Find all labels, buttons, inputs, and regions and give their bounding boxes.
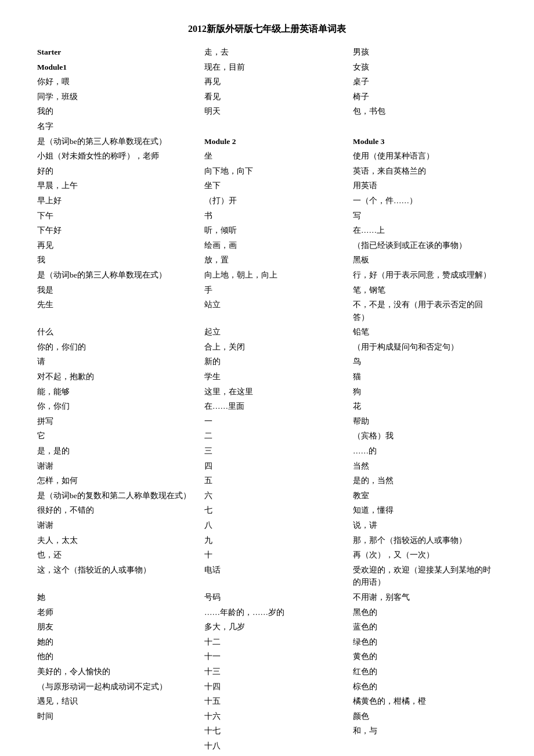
table-row: 是（动词be的第三人称单数现在式）Module 2Module 3: [35, 134, 499, 149]
table-row: 美好的，令人愉快的十三红色的: [35, 664, 499, 679]
table-row: 我的明天包，书包: [35, 104, 499, 119]
col3-cell: 红色的: [351, 664, 499, 679]
col2-cell: 放，置: [202, 253, 351, 268]
col3-cell: 黑板: [351, 253, 499, 268]
col1-cell: 小姐（对未婚女性的称呼），老师: [35, 149, 202, 164]
table-row: 你的，你们的合上，关闭（用于构成疑问句和否定句）: [35, 340, 499, 355]
col2-cell: 书: [202, 208, 351, 224]
col1-cell: 下午好: [35, 223, 202, 238]
col1-cell: 名字: [35, 119, 202, 134]
col1-cell: 同学，班级: [35, 89, 202, 105]
table-row: 谢谢四当然: [35, 459, 499, 474]
col3-cell: 黑色的: [351, 605, 499, 620]
table-row: 它二（宾格）我: [35, 429, 499, 444]
col3-cell: 行，好（用于表示同意，赞成或理解）: [351, 268, 499, 283]
col1-cell: 我的: [35, 104, 202, 119]
table-row: 下午好听，倾听在……上: [35, 223, 499, 238]
col2-cell: 一: [202, 414, 351, 429]
col1-cell: 夫人，太太: [35, 533, 202, 548]
col3-cell: 教室: [351, 488, 499, 503]
col3-cell: 蓝色的: [351, 620, 499, 635]
table-row: 遇见，结识十五橘黄色的，柑橘，橙: [35, 694, 499, 709]
col1-cell: 是，是的: [35, 444, 202, 459]
col2-cell: 新的: [202, 354, 351, 369]
col1-cell: [35, 723, 202, 739]
col2-cell: 十六: [202, 709, 351, 724]
col2-cell: 十九: [202, 754, 351, 757]
col3-cell: 包，书包: [351, 104, 499, 119]
col1-cell: 谢谢: [35, 518, 202, 533]
col1-cell: 拼写: [35, 414, 202, 429]
col2-cell: 十一: [202, 649, 351, 664]
col3-cell: 颜色: [351, 709, 499, 724]
table-row: 什么起立铅笔: [35, 325, 499, 340]
col1-cell: 先生: [35, 297, 202, 325]
col3-cell: 黄色的: [351, 649, 499, 664]
col3-cell: 不，不是，没有（用于表示否定的回答）: [351, 297, 499, 325]
table-row: 你，你们在……里面花: [35, 399, 499, 414]
col1-cell: Starter: [35, 45, 202, 60]
col2-cell: 七: [202, 503, 351, 518]
col1-cell: Module1: [35, 60, 202, 75]
col2-cell: 多大，几岁: [202, 620, 351, 635]
col2-cell: 六: [202, 488, 351, 503]
table-row: 他的十一黄色的: [35, 649, 499, 664]
table-row: 很好的，不错的七知道，懂得: [35, 503, 499, 518]
col2-cell: 这里，在这里: [202, 384, 351, 399]
col1-cell: 她: [35, 590, 202, 605]
col2-cell: 坐下: [202, 178, 351, 193]
vocabulary-table: Starter走，去男孩Module1现在，目前女孩你好，喂再见桌子同学，班级看…: [35, 45, 499, 756]
col3-cell: 棕色的: [351, 679, 499, 694]
col1-cell: 能，能够: [35, 384, 202, 399]
col1-cell: 请: [35, 354, 202, 369]
col3-cell: （宾格）我: [351, 429, 499, 444]
col3-cell: 花: [351, 399, 499, 414]
col2-cell: [202, 119, 351, 134]
table-row: 同学，班级看见椅子: [35, 89, 499, 105]
col2-cell: 十二: [202, 635, 351, 650]
table-row: 早晨，上午坐下用英语: [35, 178, 499, 193]
col3-cell: 知道，懂得: [351, 503, 499, 518]
col1-cell: 美好的，令人愉快的: [35, 664, 202, 679]
col2-cell: 向下地，向下: [202, 164, 351, 179]
table-row: 朋友多大，几岁蓝色的: [35, 620, 499, 635]
col2-cell: 十八: [202, 739, 351, 754]
col1-cell: 谢谢: [35, 459, 202, 474]
col1-cell: [35, 754, 202, 757]
col3-cell: 使用（使用某种语言）: [351, 149, 499, 164]
col1-cell: 这，这个（指较近的人或事物）: [35, 563, 202, 590]
table-row: 十七和，与: [35, 723, 499, 739]
table-row: 我放，置黑板: [35, 253, 499, 268]
table-row: 先生站立不，不是，没有（用于表示否定的回答）: [35, 297, 499, 325]
col1-cell: 他的: [35, 649, 202, 664]
col3-cell: 鸟: [351, 354, 499, 369]
col1-cell: 老师: [35, 605, 202, 620]
col1-cell: 也，还: [35, 548, 202, 563]
page-title: 2012新版外研版七年级上册英语单词表: [35, 23, 499, 35]
col3-cell: 英语，来自英格兰的: [351, 164, 499, 179]
col1-cell: 你，你们: [35, 399, 202, 414]
col3-cell: 和，与: [351, 723, 499, 739]
table-row: 好的向下地，向下英语，来自英格兰的: [35, 164, 499, 179]
col1-cell: 你的，你们的: [35, 340, 202, 355]
col1-cell: 你好，喂: [35, 74, 202, 89]
table-row: 也，还十再（次），又（一次）: [35, 548, 499, 563]
table-row: 你好，喂再见桌子: [35, 74, 499, 89]
col1-cell: 什么: [35, 325, 202, 340]
table-row: 十九: [35, 754, 499, 757]
table-row: Starter走，去男孩: [35, 45, 499, 60]
col2-cell: 十七: [202, 723, 351, 739]
table-row: 名字: [35, 119, 499, 134]
col1-cell: 我是: [35, 283, 202, 298]
col2-cell: 号码: [202, 590, 351, 605]
col2-cell: 十: [202, 548, 351, 563]
col3-cell: 猫: [351, 369, 499, 384]
col1-cell: 遇见，结识: [35, 694, 202, 709]
table-row: 是，是的三……的: [35, 444, 499, 459]
col3-cell: 再（次），又（一次）: [351, 548, 499, 563]
page-wrapper: 2012新版外研版七年级上册英语单词表 Starter走，去男孩Module1现…: [35, 23, 499, 756]
col2-cell: 坐: [202, 149, 351, 164]
table-row: 下午书写: [35, 208, 499, 224]
col2-cell: 二: [202, 429, 351, 444]
table-row: 我是手笔，钢笔: [35, 283, 499, 298]
